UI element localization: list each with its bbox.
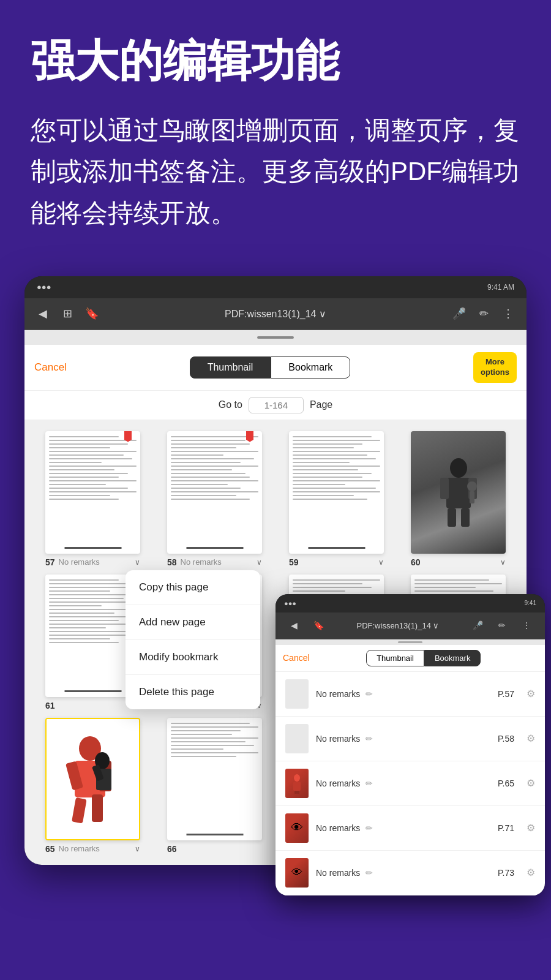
svg-rect-19	[294, 791, 297, 794]
page-label: Page	[310, 399, 332, 410]
bookmark-info-71: No remarks ✏	[316, 823, 490, 834]
thumb-page-60[interactable]	[411, 431, 506, 554]
secondary-back-icon[interactable]: ◀	[285, 617, 302, 634]
thumb-cell-65[interactable]: 65 No remarks ∨	[32, 714, 154, 858]
bookmark-thumb-58	[285, 724, 309, 753]
pencil-icon-58: ✏	[365, 734, 373, 744]
mic-icon[interactable]: 🎤	[451, 305, 468, 322]
context-add-page[interactable]: Add new page	[126, 605, 260, 640]
bookmark-list: No remarks ✏ P.57 ⚙ No remarks ✏ P.58 ⚙	[276, 672, 545, 895]
gear-icon-57[interactable]: ⚙	[527, 688, 535, 699]
thumb-label-57: 57 No remarks ∨	[45, 557, 140, 567]
svg-rect-13	[92, 794, 103, 822]
bookmark-title-71: No remarks	[316, 823, 360, 833]
secondary-cancel-button[interactable]: Cancel	[283, 653, 310, 663]
secondary-bookmark-icon[interactable]: 🔖	[310, 617, 327, 634]
document-title[interactable]: PDF:wissen13(1)_14 ∨	[108, 308, 443, 320]
hero-description: 您可以通过鸟瞰图增删页面，调整页序，复制或添加书签备注。更多高级的PDF编辑功能…	[31, 110, 520, 233]
grid-icon[interactable]: ⊞	[59, 305, 76, 322]
thumb-label-65: 65 No remarks ∨	[45, 844, 140, 854]
thumb-label-59: 59 ∨	[289, 557, 384, 567]
bookmark-info-57: No remarks ✏	[316, 688, 490, 699]
thumb-cell-66[interactable]: 66	[154, 714, 276, 858]
svg-rect-5	[461, 508, 470, 527]
thumb-label-60: 60 ∨	[411, 557, 506, 567]
secondary-panel-header: Cancel Thumbnail Bookmark	[276, 645, 545, 672]
pencil-icon-65: ✏	[365, 778, 373, 788]
svg-rect-12	[72, 797, 87, 824]
context-modify-bookmark[interactable]: Modify bookmark	[126, 640, 260, 675]
bookmark-item-58[interactable]: No remarks ✏ P.58 ⚙	[276, 717, 545, 761]
thumb-page-57[interactable]	[45, 431, 140, 554]
back-icon[interactable]: ◀	[34, 305, 51, 322]
thumb-cell-59[interactable]: 59 ∨	[276, 428, 397, 571]
tab-bookmark[interactable]: Bookmark	[271, 356, 350, 379]
pencil-icon-57: ✏	[365, 689, 373, 699]
secondary-status-bar: ●●● 9:41	[276, 594, 545, 612]
secondary-more-icon[interactable]: ⋮	[518, 617, 535, 634]
svg-rect-1	[446, 478, 471, 508]
context-copy-page[interactable]: Copy this page	[126, 570, 260, 605]
goto-input[interactable]	[249, 397, 304, 413]
art-60-svg	[434, 456, 483, 529]
svg-rect-20	[297, 791, 299, 794]
bookmark-flag-57	[124, 431, 132, 442]
thumb-page-58[interactable]	[167, 431, 262, 554]
tab-thumbnail[interactable]: Thumbnail	[190, 356, 271, 379]
gear-icon-58[interactable]: ⚙	[527, 733, 535, 744]
context-delete-page[interactable]: Delete this page	[126, 675, 260, 709]
gear-icon-71[interactable]: ⚙	[527, 822, 535, 834]
bookmark-icon[interactable]: 🔖	[83, 305, 100, 322]
bookmark-thumb-73: 👁	[285, 858, 309, 888]
svg-point-6	[467, 481, 477, 491]
goto-bar: Go to Page	[24, 391, 527, 420]
more-icon[interactable]: ⋮	[500, 305, 517, 322]
bookmark-title-58: No remarks	[316, 734, 360, 744]
drag-handle	[257, 336, 294, 339]
tab-group: Thumbnail Bookmark	[67, 356, 473, 379]
cancel-button[interactable]: Cancel	[34, 361, 67, 374]
secondary-document-title[interactable]: PDF:wissen13(1)_14 ∨	[334, 621, 462, 630]
secondary-drag-handle	[398, 641, 422, 643]
bookmark-info-58: No remarks ✏	[316, 733, 490, 744]
secondary-mic-icon[interactable]: 🎤	[469, 617, 486, 634]
goto-label: Go to	[219, 399, 242, 410]
bookmark-page-58: P.58	[498, 734, 514, 744]
bookmark-item-73[interactable]: 👁 No remarks ✏ P.73 ⚙	[276, 851, 545, 895]
more-options-button[interactable]: Moreoptions	[473, 352, 517, 383]
thumb-art-65	[290, 773, 304, 794]
main-toolbar: ◀ ⊞ 🔖 PDF:wissen13(1)_14 ∨ 🎤 ✏ ⋮	[24, 298, 527, 330]
bookmark-thumb-65	[285, 769, 309, 798]
art-65-svg	[56, 727, 130, 831]
secondary-tab-bookmark[interactable]: Bookmark	[424, 650, 481, 666]
secondary-tab-group: Thumbnail Bookmark	[310, 650, 538, 666]
secondary-pen-icon[interactable]: ✏	[493, 617, 511, 634]
thumb-label-58: 58 No remarks ∨	[167, 557, 262, 567]
thumb-cell-60[interactable]: 60 ∨	[397, 428, 519, 571]
pencil-icon-71: ✏	[365, 823, 373, 833]
svg-rect-18	[293, 782, 301, 791]
bookmark-title-57: No remarks	[316, 689, 360, 699]
thumb-page-59[interactable]	[289, 431, 384, 554]
svg-point-17	[294, 774, 300, 782]
thumb-page-65[interactable]	[45, 718, 140, 840]
pen-icon[interactable]: ✏	[475, 305, 492, 322]
thumb-label-66: 66	[167, 844, 262, 854]
hero-section: 强大的编辑功能 您可以通过鸟瞰图增删页面，调整页序，复制或添加书签备注。更多高级…	[0, 0, 551, 258]
bookmark-page-71: P.71	[498, 823, 514, 833]
bookmark-item-71[interactable]: 👁 No remarks ✏ P.71 ⚙	[276, 806, 545, 851]
gear-icon-65[interactable]: ⚙	[527, 777, 535, 789]
bookmark-thumb-57	[285, 679, 309, 709]
bookmark-item-57[interactable]: No remarks ✏ P.57 ⚙	[276, 672, 545, 717]
svg-point-0	[450, 458, 467, 478]
svg-rect-7	[470, 491, 474, 503]
bookmark-page-57: P.57	[498, 689, 514, 699]
bookmark-info-65: No remarks ✏	[316, 778, 490, 789]
thumb-cell-57[interactable]: 57 No remarks ∨	[32, 428, 154, 571]
thumb-cell-58[interactable]: 58 No remarks ∨	[154, 428, 276, 571]
bookmark-item-65[interactable]: No remarks ✏ P.65 ⚙	[276, 761, 545, 806]
svg-rect-4	[448, 508, 456, 527]
gear-icon-73[interactable]: ⚙	[527, 867, 535, 878]
thumb-page-66[interactable]	[167, 718, 262, 840]
secondary-tab-thumbnail[interactable]: Thumbnail	[366, 650, 424, 666]
